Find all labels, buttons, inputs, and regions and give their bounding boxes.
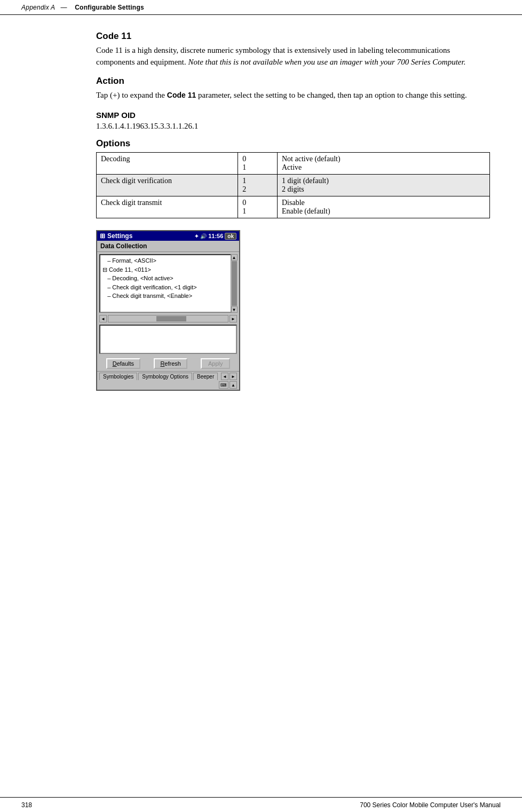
- tab-beeper-label: Beeper: [197, 374, 214, 380]
- table-row: Decoding 01 Not active (default)Active: [97, 153, 490, 175]
- option-name-checkdigit: Check digit verification: [97, 175, 238, 196]
- bottom-scroll-up[interactable]: ▲: [230, 381, 237, 389]
- option-values-transmit: 01: [238, 196, 278, 218]
- tab-symbologies[interactable]: Symbologies: [99, 373, 137, 380]
- table-row: Check digit transmit 01 DisableEnable (d…: [97, 196, 490, 218]
- tab-symbology-options[interactable]: Symbology Options: [138, 373, 192, 380]
- snmp-title: SNMP OID: [96, 111, 490, 120]
- refresh-label: Refresh: [160, 360, 181, 367]
- scroll-thumb[interactable]: [232, 261, 237, 306]
- option-name-decoding: Decoding: [97, 153, 238, 175]
- titlebar-icons: ✦ 🔊 11:56 ok: [194, 233, 236, 240]
- tree-line-code11: ⊟ Code 11, <011>: [102, 265, 228, 274]
- option-desc-transmit: DisableEnable (default): [278, 196, 490, 218]
- device-buttons: Defaults Refresh Apply: [97, 356, 239, 371]
- tree-line-checkdigit: – Check digit verification, <1 digit>: [102, 283, 228, 292]
- device-tabs: Symbologies Symbology Options Beeper ◄ ►: [97, 371, 239, 380]
- scroll-down-arrow[interactable]: ▼: [231, 306, 238, 313]
- tab-beeper[interactable]: Beeper: [193, 373, 218, 380]
- page-number: 318: [21, 801, 32, 809]
- tree-container: – Format, <ASCII> ⊟ Code 11, <011> – Dec…: [99, 254, 237, 313]
- appendix-label: Appendix A: [21, 4, 55, 11]
- tree-line-decoding: – Decoding, <Not active>: [102, 274, 228, 283]
- chapter-title: Configurable Settings: [75, 4, 144, 11]
- vertical-scrollbar[interactable]: ▲ ▼: [231, 254, 237, 313]
- scroll-right-arrow[interactable]: ►: [230, 315, 237, 322]
- apply-button[interactable]: Apply: [201, 358, 230, 369]
- code11-param-label: Code 11: [167, 91, 196, 99]
- hscroll-track: [108, 315, 228, 322]
- snmp-value: 1.3.6.1.4.1.1963.15.3.3.1.1.26.1: [96, 122, 490, 131]
- scroll-up-arrow[interactable]: ▲: [231, 254, 238, 261]
- antenna-icon: 🔊: [200, 233, 207, 239]
- titlebar-icon: ⊞: [100, 232, 105, 240]
- options-title: Options: [96, 138, 490, 149]
- tree-area[interactable]: – Format, <ASCII> ⊟ Code 11, <011> – Dec…: [99, 254, 237, 313]
- option-desc-decoding: Not active (default)Active: [278, 153, 490, 175]
- header-text: Appendix A — Configurable Settings: [21, 4, 144, 11]
- header-separator: —: [57, 4, 73, 11]
- horizontal-scrollbar[interactable]: ◄ ►: [99, 315, 237, 322]
- left-margin: [0, 15, 91, 797]
- tab-navigation: ◄ ►: [221, 373, 237, 380]
- refresh-button[interactable]: Refresh: [154, 358, 187, 369]
- defaults-button[interactable]: Defaults: [106, 358, 140, 369]
- action-body1: Tap (+) to expand the: [96, 91, 167, 99]
- code11-body: Code 11 is a high density, discrete nume…: [96, 45, 490, 68]
- footer-bar: 318 700 Series Color Mobile Computer Use…: [0, 797, 522, 812]
- manual-title: 700 Series Color Mobile Computer User's …: [360, 801, 501, 809]
- device-bottom-bar: ⌨ ▲: [97, 380, 239, 390]
- tab-prev-arrow[interactable]: ◄: [221, 373, 228, 380]
- titlebar-time: 11:56: [208, 233, 223, 239]
- action-title: Action: [96, 76, 490, 86]
- detail-area: [99, 325, 237, 354]
- device-screenshot: ⊞ Settings ✦ 🔊 11:56 ok Data Collection …: [96, 230, 240, 391]
- network-icon: ✦: [194, 233, 199, 239]
- option-name-transmit: Check digit transmit: [97, 196, 238, 218]
- device-titlebar: ⊞ Settings ✦ 🔊 11:56 ok: [97, 231, 239, 241]
- titlebar-left: ⊞ Settings: [100, 232, 132, 240]
- code11-title: Code 11: [96, 31, 490, 42]
- keyboard-icon[interactable]: ⌨: [219, 381, 228, 389]
- code11-note: Note that this is not available when you…: [188, 58, 465, 66]
- option-values-checkdigit: 12: [238, 175, 278, 196]
- tree-line-format: – Format, <ASCII>: [102, 256, 228, 265]
- tab-next-arrow[interactable]: ►: [230, 373, 237, 380]
- hscroll-thumb: [156, 316, 186, 321]
- header-bar: Appendix A — Configurable Settings: [0, 0, 522, 15]
- action-body: Tap (+) to expand the Code 11 parameter,…: [96, 90, 490, 101]
- action-body2: parameter, select the setting to be chan…: [196, 91, 467, 99]
- table-row: Check digit verification 12 1 digit (def…: [97, 175, 490, 196]
- device-subtitle: Data Collection: [97, 241, 239, 252]
- main-content: Code 11 Code 11 is a high density, discr…: [96, 15, 490, 797]
- tab-symbology-options-label: Symbology Options: [142, 374, 188, 380]
- tree-line-transmit: – Check digit transmit, <Enable>: [102, 291, 228, 301]
- scroll-left-arrow[interactable]: ◄: [99, 315, 107, 322]
- options-table: Decoding 01 Not active (default)Active C…: [96, 152, 490, 218]
- option-values-decoding: 01: [238, 153, 278, 175]
- tab-symbologies-label: Symbologies: [103, 374, 133, 380]
- defaults-label: Defaults: [113, 360, 134, 367]
- titlebar-title: Settings: [107, 232, 132, 240]
- option-desc-checkdigit: 1 digit (default)2 digits: [278, 175, 490, 196]
- apply-label: Apply: [208, 360, 223, 367]
- ok-button[interactable]: ok: [225, 233, 236, 240]
